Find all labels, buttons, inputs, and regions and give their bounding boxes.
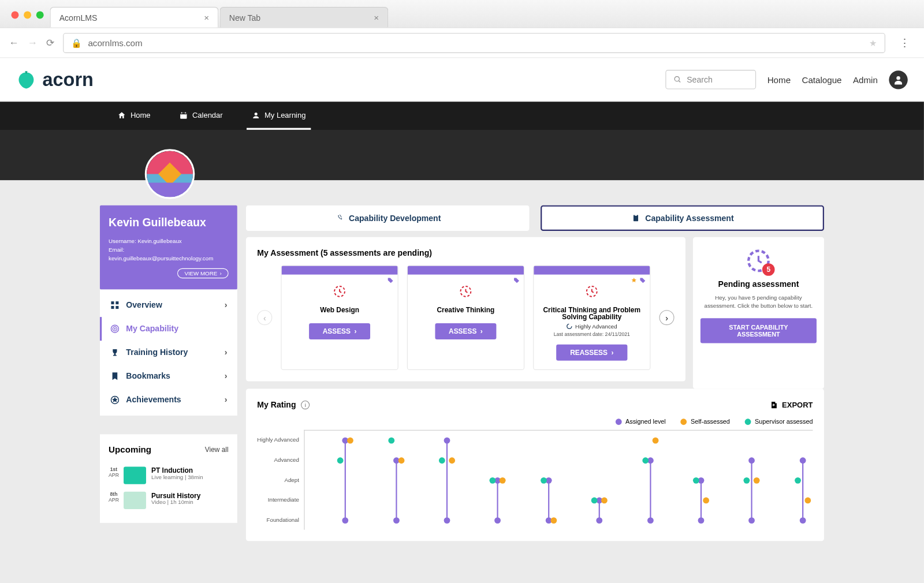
browser-tab[interactable]: New Tab × (220, 7, 389, 28)
export-button[interactable]: EXPORT (770, 400, 813, 409)
minimize-window-icon[interactable] (24, 11, 31, 18)
pending-text: Hey, you have 5 pending capability asses… (701, 294, 817, 309)
upcoming-item[interactable]: 1stAPRPT InductionLive learning | 38min (109, 463, 229, 488)
chevron-right-icon: › (480, 328, 483, 335)
assess-button[interactable]: ASSESS › (309, 323, 370, 339)
user-email: Email: kevin.guillebeaux@pursuittechnolo… (109, 245, 229, 263)
profile-avatar[interactable] (145, 149, 195, 199)
view-more-button[interactable]: VIEW MORE › (178, 268, 229, 278)
window-controls (5, 11, 50, 27)
event-title: PT Induction (151, 466, 203, 474)
y-axis-label: Intermediate (257, 490, 299, 510)
chevron-right-icon: › (225, 347, 228, 357)
user-card: Kevin Guillebeaux Username: Kevin.guille… (100, 205, 237, 290)
bookmark-star-icon[interactable]: ★ (869, 38, 877, 47)
url-text: acornlms.com (88, 38, 142, 47)
brand-logo[interactable]: acorn (16, 69, 94, 90)
upcoming-item[interactable]: 8thAPRPursuit HistoryVideo | 1h 10min (109, 488, 229, 513)
forward-icon[interactable]: → (28, 37, 38, 48)
assigned-dot (647, 517, 653, 524)
sidebar-item-overview[interactable]: Overview› (100, 293, 237, 317)
page-content: Kevin Guillebeaux Username: Kevin.guille… (0, 180, 924, 583)
event-title: Pursuit History (151, 492, 200, 499)
star-icon (631, 277, 638, 284)
nav-link-catalogue[interactable]: Catalogue (802, 74, 842, 84)
close-tab-icon[interactable]: × (374, 13, 379, 23)
nav-item-home[interactable]: Home (113, 103, 156, 129)
browser-tab-strip: AcornLMS × New Tab × (0, 0, 924, 28)
sidebar-label: My Capability (126, 324, 178, 333)
pending-clock-icon: 5 (746, 248, 771, 273)
y-axis-label: Highly Advanced (257, 430, 299, 450)
sidebar-item-my-capability[interactable]: My Capability (100, 317, 237, 341)
tab-label: Capability Development (349, 214, 441, 223)
legend-dot-icon (681, 418, 687, 425)
legend-item: Supervisor assessed (745, 418, 813, 425)
assigned-range-line (802, 461, 803, 521)
close-tab-icon[interactable]: × (204, 13, 209, 23)
supervisor-dot (795, 477, 801, 484)
sidebar-item-bookmarks[interactable]: Bookmarks› (100, 364, 237, 388)
chart-column (371, 431, 422, 530)
tab-capability-development[interactable]: Capability Development (246, 205, 530, 231)
assigned-range-line (701, 480, 702, 520)
rating-panel: My Rating i EXPORT Assigned levelSelf-as… (246, 388, 824, 541)
event-date: 1stAPR (109, 466, 119, 484)
maximize-window-icon[interactable] (36, 11, 44, 18)
chart-column (320, 431, 371, 530)
supervisor-dot (439, 457, 445, 464)
chart-column (777, 431, 828, 530)
browser-menu-icon[interactable]: ⋮ (894, 36, 915, 50)
assess-button[interactable]: ASSESS › (435, 323, 496, 339)
view-all-link[interactable]: View all (205, 446, 229, 453)
tag-icon (387, 277, 394, 284)
sidebar-item-achievements[interactable]: Achievements› (100, 388, 237, 412)
pending-assessment-card: 5 Pending assessment Hey, you have 5 pen… (693, 237, 824, 389)
address-bar: ← → ⟳ 🔒 acornlms.com ★ ⋮ (0, 28, 924, 58)
carousel-prev-button[interactable]: ‹ (257, 310, 272, 325)
svg-rect-9 (111, 301, 114, 304)
app-header: acorn Search Home Catalogue Admin (0, 58, 924, 102)
info-icon[interactable]: i (301, 400, 310, 409)
event-thumbnail (124, 492, 147, 509)
assessment-title: Web Design (288, 306, 391, 313)
supervisor-dot (642, 457, 649, 464)
chart-plot-area (304, 430, 813, 530)
assessment-level: Highly Advanced (540, 323, 643, 330)
search-input[interactable]: Search (665, 70, 756, 89)
nav-item-calendar[interactable]: Calendar (174, 103, 228, 129)
user-avatar-icon[interactable] (889, 70, 907, 89)
close-window-icon[interactable] (11, 11, 18, 18)
chevron-right-icon: › (220, 270, 222, 276)
carousel-next-button[interactable]: › (660, 310, 675, 325)
browser-tab-active[interactable]: AcornLMS × (50, 7, 218, 28)
pending-title: Pending assessment (701, 279, 817, 289)
back-icon[interactable]: ← (9, 37, 18, 48)
main-column: Capability Development Capability Assess… (246, 205, 824, 549)
supervisor-dot (388, 438, 394, 444)
assigned-dot (799, 457, 806, 464)
search-placeholder: Search (687, 75, 713, 84)
clock-icon (585, 285, 599, 298)
url-input[interactable]: 🔒 acornlms.com ★ (63, 33, 885, 53)
nav-link-home[interactable]: Home (767, 74, 791, 84)
chevron-right-icon: › (354, 328, 356, 335)
sidebar-item-training-history[interactable]: Training History› (100, 341, 237, 364)
nav-label: Calendar (192, 111, 223, 119)
tab-capability-assessment[interactable]: Capability Assessment (541, 205, 824, 231)
rocket-icon (334, 214, 344, 223)
assigned-range-line (396, 461, 397, 521)
chart-column (523, 431, 574, 530)
assigned-dot (698, 517, 704, 524)
nav-item-my-learning[interactable]: My Learning (247, 103, 311, 129)
assess-button[interactable]: REASSESS › (556, 345, 627, 361)
self-assessed-dot (754, 477, 760, 484)
assigned-dot (444, 517, 450, 524)
nav-link-admin[interactable]: Admin (853, 74, 878, 84)
start-assessment-button[interactable]: START CAPABILITY ASSESSMENT (701, 319, 817, 343)
supervisor-dot (541, 477, 547, 484)
y-axis: Highly AdvancedAdvancedAdeptIntermediate… (257, 430, 304, 530)
clock-icon (459, 285, 473, 298)
sidebar-label: Overview (126, 300, 162, 309)
reload-icon[interactable]: ⟳ (46, 37, 54, 49)
